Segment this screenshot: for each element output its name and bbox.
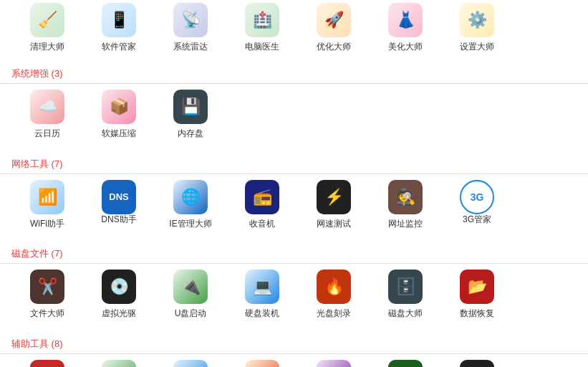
app-item-ruanjian[interactable]: 📱 软件管家 xyxy=(83,3,155,52)
app-item-meihua[interactable]: 👗 美化大师 xyxy=(370,3,441,52)
app-label-ie: IE管理大师 xyxy=(169,219,211,229)
app-item-wifi[interactable]: 📶 WiFi助手 xyxy=(11,180,83,229)
app-icon-xitong: 📡 xyxy=(173,3,208,37)
app-icon-upan: 🔌 xyxy=(173,270,208,304)
app-item-windows[interactable]: 🪟 Windows xyxy=(155,360,226,367)
app-item-diannao[interactable]: 🏥 电脑医生 xyxy=(226,3,298,52)
app-icon-shuju: 📂 xyxy=(460,270,494,304)
app-item-yijian[interactable]: 👁️ 一键护眼 xyxy=(370,360,441,367)
app-label-shuju: 数据恢复 xyxy=(460,308,494,318)
app-icon-wangzhi: 🕵️ xyxy=(388,180,423,214)
section-system-tools: 系统增强 (3) ☁️ 云日历 📦 软媒压缩 💾 内存盘 xyxy=(0,63,588,150)
app-item-shuju[interactable]: 📂 数据恢复 xyxy=(441,270,513,318)
app-icon-windows2: 🖥️ xyxy=(317,360,351,367)
app-item-wansu[interactable]: ⚡ 网速测试 xyxy=(298,180,370,229)
app-label-xuni: 虚拟光驱 xyxy=(102,308,136,318)
app-item-pingmu[interactable]: 📺 屏幕检测 xyxy=(441,360,513,367)
apps-grid-system-tools: ☁️ 云日历 📦 软媒压缩 💾 内存盘 xyxy=(0,90,588,150)
app-item-wangzhi[interactable]: 🕵️ 网址监控 xyxy=(370,180,441,229)
app-item-ie[interactable]: 🌐 IE管理大师 xyxy=(155,180,226,229)
section-header-network-tools: 网络工具 (7) xyxy=(0,153,588,174)
app-icon-youhua: 🚀 xyxy=(317,3,351,37)
app-icon-ie: 🌐 xyxy=(173,180,208,214)
app-icon-meihua: 👗 xyxy=(388,3,423,37)
section-header-disk-files: 磁盘文件 (7) xyxy=(0,243,588,264)
app-label-ruanjian: 软件管家 xyxy=(102,42,136,52)
app-label-yunrili: 云日历 xyxy=(34,128,60,138)
app-icon-wenjian: ✂️ xyxy=(30,270,64,304)
app-label-upan: U盘启动 xyxy=(175,308,207,318)
app-icon-wifi: 📶 xyxy=(30,180,64,214)
app-item-youhua[interactable]: 🚀 优化大师 xyxy=(298,3,370,52)
app-icon-neicunpan: 💾 xyxy=(173,90,208,124)
app-icon-tubiao: 🎨 xyxy=(30,360,64,367)
app-label-wansu: 网速测试 xyxy=(317,219,351,229)
app-icon-diannao: 🏥 xyxy=(245,3,279,37)
app-item-ruanjianyasuo[interactable]: 📦 软媒压缩 xyxy=(83,90,155,138)
app-label-yingpan: 硬盘装机 xyxy=(245,308,279,318)
app-icon-guangpan: 🔥 xyxy=(317,270,351,304)
app-label-cipan: 磁盘大师 xyxy=(388,308,423,318)
apps-grid-network-tools: 📶 WiFi助手 DNS DNS助手 🌐 IE管理大师 📻 收音机 ⚡ 网速测试… xyxy=(0,180,588,240)
app-item-dns[interactable]: DNS DNS助手 xyxy=(83,180,155,229)
app-icon-neicunzhengli: 🔧 xyxy=(102,360,136,367)
app-label-youhua: 优化大师 xyxy=(317,42,351,52)
app-item-3g[interactable]: 3G 3G管家 xyxy=(441,180,513,229)
app-label-dns: DNS助手 xyxy=(101,214,136,224)
app-item-guangpan[interactable]: 🔥 光盘刻录 xyxy=(298,270,370,318)
app-label-guangpan: 光盘刻录 xyxy=(317,308,351,318)
app-label-wangzhi: 网址监控 xyxy=(388,219,423,229)
app-label-neicunpan: 内存盘 xyxy=(178,128,203,138)
app-icon-wansu: ⚡ xyxy=(317,180,351,214)
app-label-ruanjianyasuo: 软媒压缩 xyxy=(102,128,136,138)
section-disk-files: 磁盘文件 (7) ✂️ 文件大师 💿 虚拟光驱 🔌 U盘启动 💻 硬盘装机 🔥 … xyxy=(0,243,588,330)
app-item-upan[interactable]: 🔌 U盘启动 xyxy=(155,270,226,318)
app-item-windows2[interactable]: 🖥️ Windows xyxy=(298,360,370,367)
app-label-shezhi: 设置大师 xyxy=(460,42,494,52)
apps-grid-disk-files: ✂️ 文件大师 💿 虚拟光驱 🔌 U盘启动 💻 硬盘装机 🔥 光盘刻录 🗄️ 磁… xyxy=(0,270,588,330)
app-item-xuni[interactable]: 💿 虚拟光驱 xyxy=(83,270,155,318)
app-item-shouyinji[interactable]: 📻 收音机 xyxy=(226,180,298,229)
app-icon-shezhi: ⚙️ xyxy=(460,3,494,37)
app-icon-xuni: 💿 xyxy=(102,270,136,304)
app-item-neicunzhengli[interactable]: 🔧 内存整理 xyxy=(83,360,155,367)
app-item-shezhi[interactable]: ⚙️ 设置大师 xyxy=(441,3,513,52)
app-icon-yingpan: 💻 xyxy=(245,270,279,304)
app-icon-yijian: 👁️ xyxy=(388,360,423,367)
app-item-neicunpan[interactable]: 💾 内存盘 xyxy=(155,90,226,138)
app-icon-shouyinji: 📻 xyxy=(245,180,279,214)
section-network-tools: 网络工具 (7) 📶 WiFi助手 DNS DNS助手 🌐 IE管理大师 📻 收… xyxy=(0,153,588,240)
app-item-tubiao[interactable]: 🎨 图标大师 xyxy=(11,360,83,367)
app-label-wifi: WiFi助手 xyxy=(30,219,64,229)
app-item-yunrili[interactable]: ☁️ 云日历 xyxy=(11,90,83,138)
app-item-qingli[interactable]: 🧹 清理大师 xyxy=(11,3,83,52)
app-icon-office: 📝 xyxy=(245,360,279,367)
app-label-qingli: 清理大师 xyxy=(30,42,64,52)
app-item-xitong[interactable]: 📡 系统雷达 xyxy=(155,3,226,52)
section-header-system-tools: 系统增强 (3) xyxy=(0,63,588,84)
app-label-meihua: 美化大师 xyxy=(388,42,423,52)
app-icon-qingli: 🧹 xyxy=(30,3,64,37)
apps-grid-auxiliary-tools: 🎨 图标大师 🔧 内存整理 🪟 Windows 📝 Office 🖥️ Wind… xyxy=(0,360,588,367)
app-icon-cipan: 🗄️ xyxy=(388,270,423,304)
app-label-diannao: 电脑医生 xyxy=(245,42,279,52)
section-auxiliary-tools: 辅助工具 (8) 🎨 图标大师 🔧 内存整理 🪟 Windows 📝 Offic… xyxy=(0,333,588,367)
app-label-xitong: 系统雷达 xyxy=(173,42,208,52)
app-item-cipan[interactable]: 🗄️ 磁盘大师 xyxy=(370,270,441,318)
app-label-wenjian: 文件大师 xyxy=(30,308,64,318)
app-icon-yunrili: ☁️ xyxy=(30,90,64,124)
app-label-shouyinji: 收音机 xyxy=(249,219,275,229)
app-item-wenjian[interactable]: ✂️ 文件大师 xyxy=(11,270,83,318)
app-icon-ruanjian: 📱 xyxy=(102,3,136,37)
app-label-3g: 3G管家 xyxy=(463,214,491,224)
app-icon-windows: 🪟 xyxy=(173,360,208,367)
top-apps-row: 🧹 清理大师 📱 软件管家 📡 系统雷达 🏥 电脑医生 🚀 优化大师 👗 美化大… xyxy=(0,0,588,63)
app-item-office[interactable]: 📝 Office xyxy=(226,360,298,367)
app-icon-pingmu: 📺 xyxy=(460,360,494,367)
app-item-yingpan[interactable]: 💻 硬盘装机 xyxy=(226,270,298,318)
app-icon-ruanjianyasuo: 📦 xyxy=(102,90,136,124)
section-header-auxiliary-tools: 辅助工具 (8) xyxy=(0,333,588,354)
